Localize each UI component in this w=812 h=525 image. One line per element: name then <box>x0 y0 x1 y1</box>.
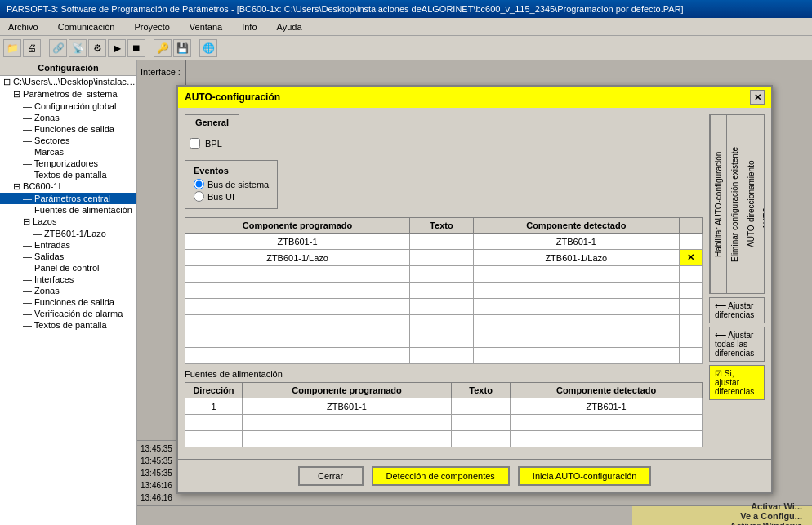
sidebar-item-textos-sistema[interactable]: — Textos de pantalla <box>0 169 136 180</box>
toolbar-btn-6[interactable]: ▶ <box>108 39 126 57</box>
sidebar-item-funciones-salida-s[interactable]: — Funciones de salida <box>0 123 136 135</box>
row1-texto <box>410 234 473 250</box>
sidebar-item-temporizadores[interactable]: — Temporizadores <box>0 158 136 169</box>
menu-info[interactable]: Info <box>237 20 261 33</box>
sidebar-item-funciones-salida-bc[interactable]: — Funciones de salida <box>0 296 136 308</box>
bpl-label: BPL <box>205 139 222 149</box>
sidebar-item-salidas[interactable]: — Salidas <box>0 251 136 262</box>
sidebar-item-config-global[interactable]: — Configuración global <box>0 100 136 112</box>
empty-cell <box>452 431 511 447</box>
toolbar-btn-1[interactable]: 📁 <box>3 39 21 57</box>
table-row-empty-1 <box>185 266 703 283</box>
sidebar-item-params-sistema[interactable]: ⊟ Parámetros del sistema <box>0 88 136 100</box>
sidebar-item-textos-bc[interactable]: — Textos de pantalla <box>0 319 136 331</box>
toolbar-btn-2[interactable]: 🖨 <box>23 39 41 57</box>
toolbar-btn-3[interactable]: 🔗 <box>49 39 67 57</box>
app-title: PARSOFT-3: Software de Programación de P… <box>7 4 684 14</box>
row1-programado: ZTB601-1 <box>185 234 410 250</box>
btn-auto-mapeo[interactable]: AUTO-mapeo <box>759 115 765 293</box>
table-row-empty-4 <box>185 315 703 331</box>
menu-bar: Archivo Comunicación Proyecto Ventana In… <box>0 18 812 36</box>
menu-comunicacion[interactable]: Comunicación <box>53 20 120 33</box>
tab-general[interactable]: General <box>185 114 239 130</box>
radio-bus-sistema-label: Bus de sistema <box>207 180 269 189</box>
sidebar-item-root[interactable]: ⊟ C:\Users\...\Desktop\instalacione <box>0 76 136 88</box>
empty-cell <box>680 331 703 348</box>
dash-icon11: — <box>23 240 34 250</box>
sidebar-item-lazos[interactable]: ⊟ Lazos <box>0 216 136 228</box>
eventos-legend: Eventos <box>194 166 269 176</box>
btn-deteccion[interactable]: Detección de componentes <box>372 466 510 486</box>
toolbar-btn-5[interactable]: ⚙ <box>88 39 106 57</box>
toolbar-btn-4[interactable]: 📡 <box>69 39 87 57</box>
table-row-empty-5 <box>185 331 703 348</box>
fuentes-row-empty-2 <box>185 431 703 447</box>
btn-inicia[interactable]: Inicia AUTO-configuración <box>518 466 652 486</box>
bpl-checkbox[interactable] <box>190 138 200 149</box>
col-flag <box>680 218 703 234</box>
col-programado: Componente programado <box>185 218 410 234</box>
sidebar-item-entradas[interactable]: — Entradas <box>0 239 136 251</box>
toolbar-btn-9[interactable]: 💾 <box>173 39 191 57</box>
eventos-group: Eventos Bus de sistema Bus UI <box>185 160 278 209</box>
radio-bus-sistema-input[interactable] <box>194 179 204 189</box>
modal-main-content: General BPL Eventos Bus de si <box>185 114 703 452</box>
sidebar-item-fuentes[interactable]: — Fuentes de alimentación <box>0 204 136 216</box>
sidebar-item-bc600[interactable]: ⊟ BC600-1L <box>0 180 136 193</box>
empty-cell <box>452 415 511 431</box>
menu-ventana[interactable]: Ventana <box>185 20 227 33</box>
empty-cell <box>473 331 679 348</box>
empty-cell <box>473 299 679 315</box>
sidebar-item-zonas-bc[interactable]: — Zonas <box>0 285 136 296</box>
col-texto2: Texto <box>452 383 511 398</box>
col-texto: Texto <box>410 218 473 234</box>
btn-cerrar[interactable]: Cerrar <box>298 466 364 486</box>
empty-cell <box>680 266 703 283</box>
toolbar-btn-10[interactable]: 🌐 <box>199 39 217 57</box>
toolbar-btn-8[interactable]: 🔑 <box>154 39 172 57</box>
sidebar-item-interfaces[interactable]: — Interfaces <box>0 274 136 285</box>
empty-cell <box>473 315 679 331</box>
dash-icon5: — <box>23 147 34 157</box>
empty-cell <box>680 315 703 331</box>
menu-ayuda[interactable]: Ayuda <box>272 20 307 33</box>
empty-cell <box>185 431 243 447</box>
toolbar-btn-7[interactable]: ⏹ <box>127 39 145 57</box>
empty-cell <box>185 415 243 431</box>
sidebar-item-params-central[interactable]: — Parámetros central <box>0 193 136 204</box>
dash-icon18: — <box>23 320 34 330</box>
dash-icon15: — <box>23 286 34 296</box>
empty-cell <box>410 315 473 331</box>
btn-eliminar[interactable]: Eliminar configuración existente <box>726 115 743 293</box>
sidebar-item-zonas-sistema[interactable]: — Zonas <box>0 112 136 123</box>
menu-proyecto[interactable]: Proyecto <box>129 20 174 33</box>
empty-cell <box>185 348 410 364</box>
modal-close-button[interactable]: ✕ <box>750 90 765 105</box>
modal-footer: Cerrar Detección de componentes Inicia A… <box>178 459 771 492</box>
dash-icon9: — <box>23 205 34 215</box>
row2-flag-x[interactable]: ✕ <box>680 250 703 266</box>
radio-bus-ui-input[interactable] <box>194 191 204 202</box>
empty-cell <box>473 266 679 283</box>
btn-auto-dir[interactable]: AUTO-direccionamiento <box>743 115 759 293</box>
sidebar-item-verificacion[interactable]: — Verificación de alarma <box>0 308 136 319</box>
components-table: Componente programado Texto Componente d… <box>185 217 703 364</box>
dash-icon3: — <box>23 124 34 134</box>
fuentes-table: Dirección Componente programado Texto Co… <box>185 382 703 447</box>
sidebar-item-panel[interactable]: — Panel de control <box>0 262 136 274</box>
table-row-empty-3 <box>185 299 703 315</box>
btn-habilitar[interactable]: Habilitar AUTO-configuración <box>710 115 726 293</box>
sidebar-item-marcas[interactable]: — Marcas <box>0 146 136 158</box>
empty-cell <box>680 299 703 315</box>
btn-ajustar-todas[interactable]: ⟵ Ajustar todas las diferencias <box>709 327 765 362</box>
menu-archivo[interactable]: Archivo <box>3 20 43 33</box>
sidebar-item-sectores[interactable]: — Sectores <box>0 135 136 146</box>
btn-ajustar[interactable]: ⟵ Ajustar diferencias <box>709 297 765 323</box>
sidebar-item-ztb601[interactable]: — ZTB601-1/Lazo <box>0 228 136 239</box>
expand-icon4: ⊟ <box>23 216 33 226</box>
vertical-buttons-container: Habilitar AUTO-configuración Eliminar co… <box>709 114 765 294</box>
btn-si-ajustar[interactable]: ☑ Si, ajustar diferencias <box>709 365 765 400</box>
toolbar: 📁 🖨 🔗 📡 ⚙ ▶ ⏹ 🔑 💾 🌐 <box>0 36 812 60</box>
dash-icon10: — <box>33 229 44 238</box>
empty-cell <box>185 299 410 315</box>
